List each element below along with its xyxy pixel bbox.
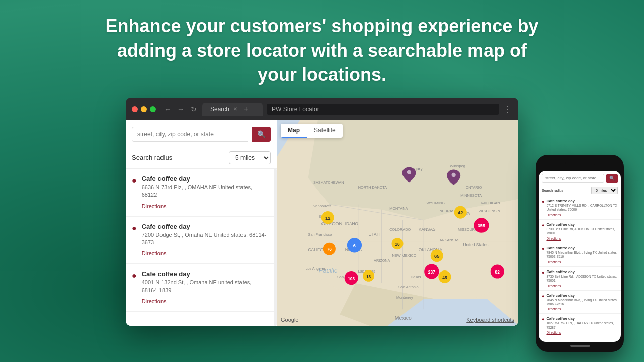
svg-text:Monterrey: Monterrey (396, 295, 413, 300)
svg-text:12: 12 (325, 215, 330, 221)
phone-store-name: Cafe coffee day (546, 316, 618, 321)
phone-store-name: Cafe coffee day (546, 222, 618, 227)
svg-text:SASKATCHEWAN: SASKATCHEWAN (313, 180, 344, 185)
tab-satellite[interactable]: Satellite (307, 124, 343, 138)
directions-link[interactable]: Directions (142, 203, 167, 209)
store-name: Cafe coffee day (142, 223, 269, 230)
map-tabs: Map Satellite (281, 124, 343, 138)
phone-pin-icon: ● (542, 294, 544, 311)
phone-store-list: ● Cafe coffee day 5712 E TRINITY MILLS R… (539, 196, 621, 337)
store-item: ● Cafe coffee day 4001 N 132nd St, , Oma… (126, 264, 277, 312)
phone-directions-link[interactable]: Directions (546, 213, 618, 217)
phone-search-input[interactable] (542, 174, 604, 183)
phone-store-info: Cafe coffee day 3730 Belt Line Rd, ADDIS… (546, 222, 618, 240)
browser-dots (132, 106, 156, 112)
svg-text:237: 237 (428, 269, 435, 275)
phone-device: 🔍 Search radius 5 miles ● Cafe coffee da… (536, 155, 624, 352)
store-address: 7200 Dodge St, , Omaha NE United states,… (142, 231, 269, 247)
phone-store-info: Cafe coffee day 7845 N Macarthur Blvd, ,… (546, 246, 618, 264)
phone-store-address: 7845 N Macarthur Blvd, , Irving TX Unite… (546, 298, 618, 307)
browser-content: 🔍 Search radius 5 miles 10 miles 25 mile… (126, 120, 518, 326)
tab-close-button[interactable]: ✕ (233, 106, 237, 112)
svg-text:San Antonio: San Antonio (398, 285, 418, 289)
svg-text:6: 6 (353, 243, 356, 248)
store-info: Cafe coffee day 4001 N 132nd St, , Omaha… (142, 270, 269, 305)
svg-text:Winnipeg: Winnipeg (450, 164, 465, 168)
phone-store-name: Cafe coffee day (546, 199, 618, 203)
store-name: Cafe coffee day (142, 270, 269, 278)
tab-label: Search (210, 106, 229, 113)
svg-text:NEW MEXICO: NEW MEXICO (392, 253, 417, 258)
svg-point-44 (407, 170, 411, 174)
browser-window: ← → ↻ Search ✕ + PW Store Locator ⋮ 🔍 Se… (126, 98, 518, 326)
browser-menu-button[interactable]: ⋮ (503, 104, 512, 115)
phone-pin-icon: ● (542, 246, 544, 264)
phone-directions-link[interactable]: Directions (546, 260, 618, 264)
svg-text:IDAHO: IDAHO (345, 221, 359, 226)
phone-store-address: 1827 MARSH LN, , DALLAS TX United states… (546, 321, 618, 330)
phone-search-button[interactable]: 🔍 (606, 174, 618, 183)
svg-text:KANSAS: KANSAS (419, 226, 436, 231)
store-address: 6636 N 73rd Plz, , OMAHA NE United state… (142, 184, 269, 199)
address-bar[interactable]: PW Store Locator (267, 104, 499, 115)
phone-store-item: ● Cafe coffee day 3730 Belt Line Rd, ADD… (539, 220, 621, 243)
phone-screen: 🔍 Search radius 5 miles ● Cafe coffee da… (539, 171, 621, 342)
search-button[interactable]: 🔍 (252, 127, 271, 142)
phone-store-item: ● Cafe coffee day 5712 E TRINITY MILLS R… (539, 196, 621, 220)
back-button[interactable]: ← (163, 105, 172, 113)
refresh-button[interactable]: ↻ (189, 105, 198, 113)
svg-text:WISCONSIN: WISCONSIN (479, 209, 500, 213)
radius-select[interactable]: 5 miles 10 miles 25 miles 50 miles (229, 151, 271, 164)
phone-directions-link[interactable]: Directions (546, 284, 618, 288)
phone-store-name: Cafe coffee day (546, 293, 618, 298)
phone-store-name: Cafe coffee day (546, 269, 618, 274)
svg-text:COLORADO: COLORADO (389, 227, 411, 231)
phone-radius-row: Search radius 5 miles (539, 185, 621, 196)
svg-text:ARKANSAS: ARKANSAS (439, 237, 459, 242)
svg-text:NORTH DAKOTA: NORTH DAKOTA (358, 185, 387, 190)
store-name: Cafe coffee day (142, 175, 269, 183)
dot-maximize[interactable] (150, 106, 156, 112)
svg-text:MINNESOTA: MINNESOTA (460, 193, 482, 198)
store-item: ● Cafe coffee day 6636 N 73rd Plz, , OMA… (126, 169, 277, 217)
browser-tab[interactable]: Search ✕ + (202, 103, 263, 116)
new-tab-button[interactable]: + (244, 105, 248, 114)
svg-text:42: 42 (458, 210, 463, 215)
svg-text:45: 45 (442, 275, 447, 280)
keyboard-shortcuts-label[interactable]: Keyboard shortcuts (466, 317, 514, 323)
svg-text:San Francisco: San Francisco (308, 232, 332, 237)
phone-store-info: Cafe coffee day 1827 MARSH LN, , DALLAS … (546, 316, 618, 334)
directions-link[interactable]: Directions (142, 298, 167, 304)
map-panel: Map Satellite Pacific (277, 120, 518, 326)
phone-pin-icon: ● (542, 223, 544, 240)
phone-search-radius-label: Search radius (542, 189, 564, 192)
search-input[interactable] (132, 127, 248, 142)
forward-button[interactable]: → (176, 105, 185, 113)
phone-body: 🔍 Search radius 5 miles ● Cafe coffee da… (536, 155, 624, 352)
svg-text:Vancouver: Vancouver (313, 203, 331, 208)
store-pin-icon: ● (132, 176, 137, 210)
directions-link[interactable]: Directions (142, 250, 167, 256)
svg-text:Mexico: Mexico (395, 315, 412, 321)
tab-map[interactable]: Map (281, 124, 307, 138)
dot-close[interactable] (132, 106, 138, 112)
svg-text:76: 76 (327, 247, 332, 252)
svg-text:103: 103 (348, 276, 355, 281)
phone-directions-link[interactable]: Directions (546, 331, 618, 334)
store-pin-icon: ● (132, 271, 137, 305)
svg-text:UTAH: UTAH (369, 232, 380, 237)
store-info: Cafe coffee day 6636 N 73rd Plz, , OMAHA… (142, 175, 269, 210)
dot-minimize[interactable] (141, 106, 147, 112)
store-list: ● Cafe coffee day 6636 N 73rd Plz, , OMA… (126, 169, 277, 326)
svg-text:MONTANA: MONTANA (389, 206, 408, 211)
store-info: Cafe coffee day 7200 Dodge St, , Omaha N… (142, 223, 269, 258)
phone-search-bar: 🔍 (539, 171, 621, 185)
phone-notch (565, 160, 595, 168)
phone-store-name: Cafe coffee day (546, 246, 618, 250)
svg-text:13: 13 (366, 274, 371, 279)
phone-home-indicator[interactable] (570, 345, 590, 347)
phone-radius-select[interactable]: 5 miles (591, 187, 618, 194)
phone-directions-link[interactable]: Directions (546, 237, 618, 240)
browser-nav: ← → ↻ (163, 105, 198, 113)
phone-directions-link[interactable]: Directions (546, 307, 618, 311)
